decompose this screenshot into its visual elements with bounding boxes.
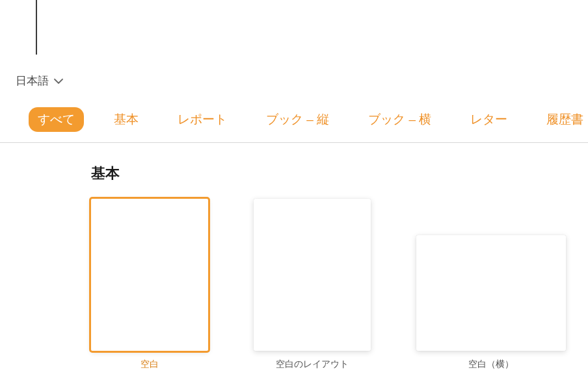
language-selector[interactable]: 日本語 (16, 73, 63, 88)
tab-report[interactable]: レポート (168, 107, 236, 132)
tab-resume[interactable]: 履歴書 (537, 107, 588, 132)
chevron-down-icon (54, 79, 63, 84)
template-blank[interactable]: 空白 (91, 199, 208, 370)
section-title: 基本 (91, 164, 568, 183)
template-thumb (416, 235, 566, 351)
template-thumb (254, 199, 371, 351)
language-label: 日本語 (16, 73, 49, 88)
tab-book-portrait[interactable]: ブック – 縦 (257, 107, 338, 132)
callout-line (36, 0, 37, 55)
category-tabs: すべて 基本 レポート ブック – 縦 ブック – 横 レター 履歴書 ち (0, 107, 588, 143)
template-thumb (91, 199, 208, 351)
template-label: 空白 (140, 359, 159, 370)
template-label: 空白（横） (468, 359, 514, 370)
tab-basic[interactable]: 基本 (105, 107, 148, 132)
template-blank-landscape[interactable]: 空白（横） (416, 235, 566, 370)
content-area: 基本 空白 空白のレイアウト 空白（横） (0, 144, 588, 382)
template-label: 空白のレイアウト (276, 359, 349, 370)
tab-all[interactable]: すべて (29, 107, 84, 132)
template-blank-layout[interactable]: 空白のレイアウト (254, 199, 371, 370)
templates-row: 空白 空白のレイアウト 空白（横） (91, 199, 568, 370)
tab-letter[interactable]: レター (461, 107, 516, 132)
header-area (0, 0, 588, 65)
tab-book-landscape[interactable]: ブック – 横 (359, 107, 440, 132)
